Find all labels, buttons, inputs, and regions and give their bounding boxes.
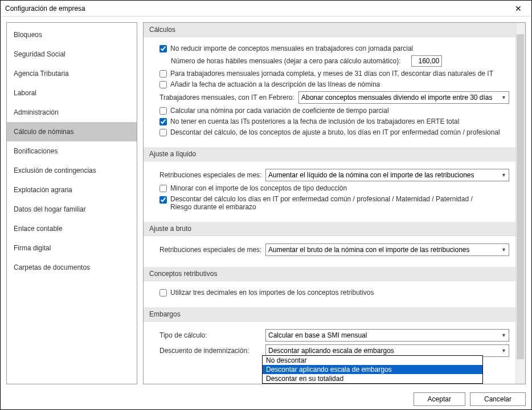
select-retribuciones-bruto[interactable]: Aumentar el bruto de la nómina con el im… xyxy=(265,243,509,256)
checkbox-minorar[interactable] xyxy=(159,185,167,192)
dropdown-option-1[interactable]: Descontar aplicando escala de embargos xyxy=(263,365,482,374)
section-conceptos-header: Conceptos retributivos xyxy=(144,267,523,281)
label-retribuciones-bruto: Retribuciones especiales de mes: xyxy=(159,246,262,254)
window-title: Configuración de empresa xyxy=(5,5,510,13)
titlebar: Configuración de empresa ✕ xyxy=(1,1,531,17)
chevron-down-icon: ▼ xyxy=(499,95,506,100)
label-minorar: Minorar con el importe de los conceptos … xyxy=(170,184,347,192)
sidebar-item-7[interactable]: Exclusión de contingencias xyxy=(7,161,137,180)
label-no-reducir: No reducir importe de conceptos mensuale… xyxy=(170,44,413,52)
sidebar-item-8[interactable]: Explotación agraria xyxy=(7,180,137,200)
sidebar-item-1[interactable]: Seguridad Social xyxy=(7,44,137,64)
select-retribuciones-liquido[interactable]: Aumentar el líquido de la nómina con el … xyxy=(265,169,509,181)
sidebar-item-0[interactable]: Bloqueos xyxy=(7,25,137,44)
checkbox-descontar-ajuste[interactable] xyxy=(159,129,167,136)
sidebar-item-3[interactable]: Laboral xyxy=(7,83,137,103)
sidebar-item-12[interactable]: Carpetas de documentos xyxy=(7,258,137,277)
dropdown-option-0[interactable]: No descontar xyxy=(263,356,482,365)
label-it-febrero: Trabajadores mensuales, con IT en Febrer… xyxy=(159,94,295,102)
section-embargos-header: Embargos xyxy=(144,307,523,322)
label-descuento-indemnizacion: Descuento de indemnización: xyxy=(159,347,262,355)
checkbox-no-tener-its[interactable] xyxy=(159,118,167,125)
sidebar-item-4[interactable]: Administración xyxy=(7,103,137,122)
label-tres-decimales: Utilizar tres decimales en los importes … xyxy=(170,289,374,297)
sidebar-item-10[interactable]: Enlace contable xyxy=(7,219,137,238)
sidebar-item-5[interactable]: Cálculo de nóminas xyxy=(7,122,137,141)
select-it-febrero[interactable]: Abonar conceptos mensuales diviendo el i… xyxy=(298,91,509,104)
label-retribuciones-liquido: Retribuciones especiales de mes: xyxy=(159,171,262,179)
sidebar-item-6[interactable]: Bonificaciones xyxy=(7,141,137,161)
checkbox-trabajadores-31[interactable] xyxy=(159,70,167,78)
label-descontar-ajuste: Descontar del cálculo, de los conceptos … xyxy=(170,128,500,136)
cancelar-button[interactable]: Cancelar xyxy=(470,392,526,406)
label-anadir-fecha: Añadir la fecha de actuación a la descri… xyxy=(170,80,380,88)
main-panel: Cálculos No reducir importe de conceptos… xyxy=(143,22,526,384)
checkbox-calcular-variacion[interactable] xyxy=(159,107,167,115)
label-no-tener-its: No tener en cuenta las ITs posteriores a… xyxy=(170,117,459,125)
section-ajuste-bruto-header: Ajuste a bruto xyxy=(144,222,523,236)
label-tipo-calculo: Tipo de cálculo: xyxy=(159,331,262,339)
dropdown-option-2[interactable]: Descontar en su totalidad xyxy=(263,374,482,383)
section-ajuste-liquido-header: Ajuste a líquido xyxy=(144,147,523,161)
label-trabajadores-31: Para trabajadores mensuales jornada comp… xyxy=(170,70,493,78)
sidebar: BloqueosSeguridad SocialAgencia Tributar… xyxy=(6,22,137,384)
chevron-down-icon: ▼ xyxy=(499,247,506,253)
checkbox-descontar-it[interactable] xyxy=(159,196,167,204)
aceptar-button[interactable]: Aceptar xyxy=(414,392,465,406)
chevron-down-icon: ▼ xyxy=(499,172,506,178)
sidebar-item-11[interactable]: Firma digital xyxy=(7,238,137,258)
input-horas-habiles[interactable] xyxy=(411,55,442,67)
select-tipo-calculo[interactable]: Calcular en base a SMI mensual▼ xyxy=(265,329,509,342)
checkbox-tres-decimales[interactable] xyxy=(159,289,167,297)
close-button[interactable]: ✕ xyxy=(510,3,527,14)
dropdown-descuento-options[interactable]: No descontarDescontar aplicando escala d… xyxy=(262,355,483,384)
sidebar-item-9[interactable]: Datos del hogar familiar xyxy=(7,200,137,219)
sidebar-item-2[interactable]: Agencia Tributaria xyxy=(7,64,137,83)
section-calculos-header: Cálculos xyxy=(144,23,523,37)
footer: Aceptar Cancelar xyxy=(1,389,531,409)
label-calcular-variacion: Calcular una nómina por cada variación d… xyxy=(170,107,389,115)
checkbox-anadir-fecha[interactable] xyxy=(159,81,167,88)
chevron-down-icon: ▼ xyxy=(499,348,506,354)
checkbox-no-reducir[interactable] xyxy=(159,45,167,52)
chevron-down-icon: ▼ xyxy=(499,332,506,338)
label-descontar-it: Descontar del cálculo los días en IT por… xyxy=(170,195,489,211)
label-horas-habiles: Número de horas hábiles mensuales (dejar… xyxy=(171,57,401,65)
